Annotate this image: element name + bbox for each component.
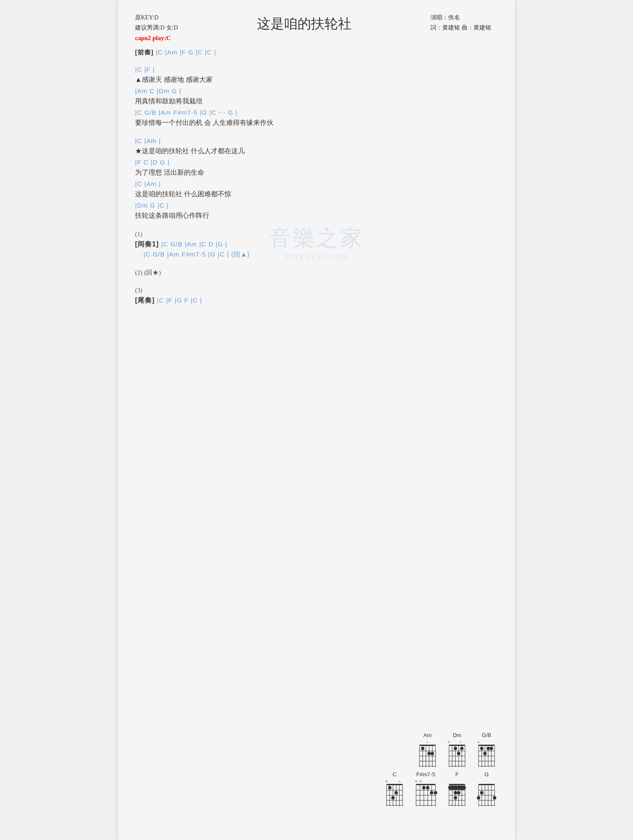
- svg-point-107: [477, 796, 480, 799]
- svg-point-92: [454, 791, 457, 794]
- interlude-label: [间奏1]: [135, 240, 159, 248]
- section2-lyric4: 扶轮这条路咱用心作阵行: [135, 211, 498, 221]
- chord-f-sharp-m7-5: F#m7-5 × ×: [413, 771, 439, 806]
- section5: (3) [尾奏] |C |F |G F |C |: [135, 287, 498, 305]
- svg-rect-95: [479, 784, 495, 785]
- chord-g: G: [475, 771, 498, 806]
- chord-diagrams-area: Am ○: [383, 732, 498, 806]
- section2-lyric3: 这是咱的扶轮社 什么困难都不惊: [135, 189, 498, 199]
- svg-point-108: [493, 796, 496, 799]
- svg-point-62: [391, 796, 395, 799]
- svg-text:×: ×: [419, 779, 422, 783]
- header-right: 演唱：佚名 詞：黄建铭 曲：黄建铭: [430, 13, 498, 33]
- intro-chords: |C |Am |F G |C |C |: [156, 49, 216, 56]
- svg-point-79: [434, 791, 437, 794]
- section2-chord4: |Dm G |C |: [135, 201, 498, 210]
- svg-point-78: [430, 791, 433, 794]
- svg-text:○: ○: [459, 740, 461, 744]
- svg-point-29: [457, 752, 460, 755]
- section5-num: (3): [135, 287, 498, 294]
- lyricist-info: 詞：黄建铭 曲：黄建铭: [430, 23, 498, 33]
- svg-point-43: [480, 747, 484, 750]
- svg-text:○: ○: [398, 779, 400, 783]
- chord-am: Am ○: [416, 732, 439, 767]
- svg-point-28: [454, 747, 457, 750]
- svg-point-61: [395, 791, 398, 794]
- section2-lyric1: ★这是咱的扶轮社 什么人才都在这儿: [135, 146, 498, 156]
- section3-chord1-text: |C G/B |Am |C D |G |: [161, 240, 227, 248]
- chord-c: C × ○: [383, 771, 406, 806]
- section4-num: (2) (回★): [135, 269, 498, 277]
- intro-chord-line: [前奏] |C |Am |F G |C |C |: [135, 48, 498, 57]
- section1: |C |F | ▲感谢天 感谢地 感谢大家 |Am C |Dm G | 用真情和…: [135, 65, 498, 128]
- svg-point-77: [426, 786, 430, 789]
- section3: (1) [间奏1] |C G/B |Am |C D |G | |C G/B |A…: [135, 231, 498, 259]
- intro-section: [前奏] |C |Am |F G |C |C |: [135, 48, 498, 57]
- intro-label: [前奏]: [135, 49, 154, 56]
- gb-grid: ×: [475, 740, 498, 767]
- section4: (2) (回★): [135, 269, 498, 277]
- section3-chord1: [间奏1] |C G/B |Am |C D |G |: [135, 240, 498, 249]
- page-title: 这是咱的扶轮社: [178, 15, 431, 33]
- section5-outro: [尾奏] |C |F |G F |C |: [135, 296, 498, 305]
- svg-point-60: [388, 786, 392, 789]
- section1-lyric3: 要珍惜每一个付出的机 会 人生难得有缘来作伙: [135, 118, 498, 128]
- page: 原KEY:D 建议男调:D 女:D capo2 play:C 这是咱的扶轮社 演…: [118, 0, 515, 840]
- svg-text:×: ×: [415, 779, 417, 783]
- svg-rect-91: [448, 786, 466, 790]
- svg-point-13: [427, 752, 431, 755]
- outro-chords: |C |F |G F |C |: [157, 297, 202, 304]
- section1-lyric1: ▲感谢天 感谢地 感谢大家: [135, 75, 498, 85]
- capo-info: capo2 play:C: [135, 33, 178, 44]
- section2: |C |Am | ★这是咱的扶轮社 什么人才都在这儿 |F C |D G | 为…: [135, 136, 498, 221]
- svg-rect-65: [416, 784, 436, 785]
- section1-chord2: |Am C |Dm G |: [135, 86, 498, 95]
- header: 原KEY:D 建议男调:D 女:D capo2 play:C 这是咱的扶轮社 演…: [135, 13, 498, 43]
- svg-rect-31: [479, 745, 495, 746]
- suggested-key: 建议男调:D 女:D: [135, 23, 178, 33]
- svg-point-14: [430, 752, 434, 755]
- dm-grid: ○ ×: [446, 740, 468, 767]
- svg-point-12: [421, 747, 425, 750]
- singer-info: 演唱：佚名: [430, 13, 498, 23]
- main-content: [前奏] |C |Am |F G |C |C | |C |F | ▲感谢天 感谢…: [135, 48, 498, 305]
- svg-rect-16: [449, 745, 465, 746]
- header-left: 原KEY:D 建议男调:D 女:D capo2 play:C: [135, 13, 178, 43]
- chord-dm: Dm ○ ×: [446, 732, 468, 767]
- svg-text:×: ×: [477, 740, 479, 744]
- section1-chord1: |C |F |: [135, 65, 498, 74]
- svg-text:×: ×: [448, 740, 450, 744]
- outro-label: [尾奏]: [135, 297, 155, 304]
- section2-chord2: |F C |D G |: [135, 158, 498, 167]
- svg-point-93: [457, 791, 460, 794]
- am-grid: ○: [416, 740, 439, 767]
- section1-chord3: |C G/B |Am F#m7-5 |G |C - - G |: [135, 108, 498, 117]
- section3-chord2: |C G/B |Am F#m7-5 |G |C | (回▲): [135, 250, 498, 259]
- section2-chord3: |C |Am |: [135, 179, 498, 188]
- svg-text:×: ×: [385, 779, 387, 783]
- svg-rect-1: [419, 745, 436, 746]
- chord-gb: G/B ×: [475, 732, 498, 767]
- section2-chord1: |C |Am |: [135, 136, 498, 145]
- chord-row-1: Am ○: [416, 732, 498, 767]
- section1-lyric2: 用真情和鼓励将我栽培: [135, 96, 498, 106]
- svg-point-44: [487, 747, 490, 750]
- svg-text:○: ○: [426, 740, 428, 744]
- fsharp-grid: × ×: [413, 779, 439, 806]
- svg-point-30: [460, 747, 463, 750]
- chord-row-2: C × ○: [383, 771, 498, 806]
- f-grid: [446, 779, 468, 806]
- svg-point-106: [480, 791, 484, 794]
- original-key: 原KEY:D: [135, 13, 178, 23]
- svg-point-76: [422, 786, 425, 789]
- svg-point-46: [483, 752, 487, 755]
- section3-num: (1): [135, 231, 498, 238]
- section2-lyric2: 为了理想 活出新的生命: [135, 167, 498, 178]
- svg-rect-49: [387, 784, 403, 785]
- svg-point-94: [454, 796, 457, 799]
- c-grid: × ○: [383, 779, 406, 806]
- chord-f: F: [446, 771, 468, 806]
- g-grid: [475, 779, 498, 806]
- svg-rect-80: [449, 784, 465, 785]
- svg-point-45: [490, 747, 493, 750]
